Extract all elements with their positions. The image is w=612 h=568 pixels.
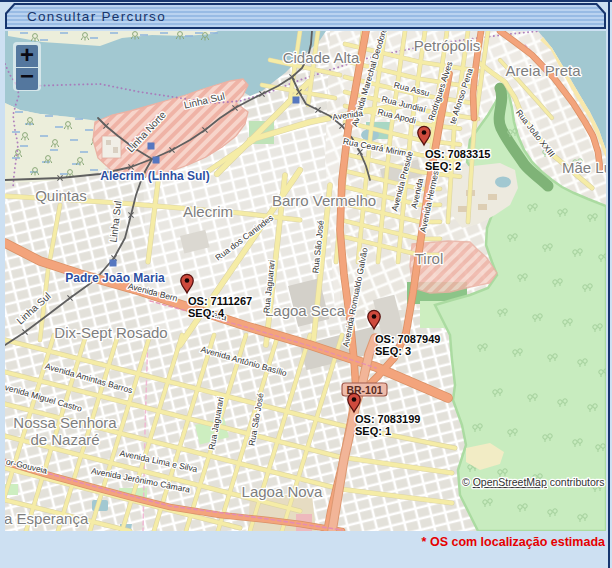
svg-text:© OpenStreetMap contributors: © OpenStreetMap contributors [462, 476, 605, 488]
svg-text:de Nazaré: de Nazaré [30, 431, 99, 448]
svg-text:OS: 7083315: OS: 7083315 [425, 148, 490, 160]
svg-text:Mãe Lu: Mãe Lu [562, 159, 612, 176]
svg-text:Quintas: Quintas [35, 187, 87, 204]
svg-text:Areia Preta: Areia Preta [505, 62, 581, 79]
svg-text:Dix-Sept Rosado: Dix-Sept Rosado [54, 324, 167, 341]
svg-text:Padre João Maria: Padre João Maria [65, 271, 165, 285]
svg-text:Nossa Senhora: Nossa Senhora [13, 414, 117, 431]
svg-text:Barro Vermelho: Barro Vermelho [272, 192, 376, 209]
svg-text:Lagoa Nova: Lagoa Nova [242, 483, 324, 500]
svg-text:OS: 7087949: OS: 7087949 [375, 333, 440, 345]
svg-text:Alecrim: Alecrim [183, 203, 233, 220]
svg-text:SEQ: 2: SEQ: 2 [425, 160, 461, 172]
svg-text:Alecrim (Linha Sul): Alecrim (Linha Sul) [100, 169, 209, 183]
svg-text:Tirol: Tirol [415, 250, 444, 267]
svg-text:Petrópolis: Petrópolis [414, 37, 481, 54]
svg-text:SEQ: 1: SEQ: 1 [355, 425, 391, 437]
svg-text:SEQ: 4: SEQ: 4 [188, 307, 225, 319]
svg-text:Lagoa Seca: Lagoa Seca [265, 302, 346, 319]
svg-text:OS: 7111267: OS: 7111267 [188, 295, 252, 307]
svg-text:Cidade Alta: Cidade Alta [283, 49, 360, 66]
svg-text:OS: 7083199: OS: 7083199 [355, 413, 420, 425]
svg-text:da Esperança: da Esperança [0, 510, 89, 527]
svg-text:SEQ: 3: SEQ: 3 [375, 345, 411, 357]
